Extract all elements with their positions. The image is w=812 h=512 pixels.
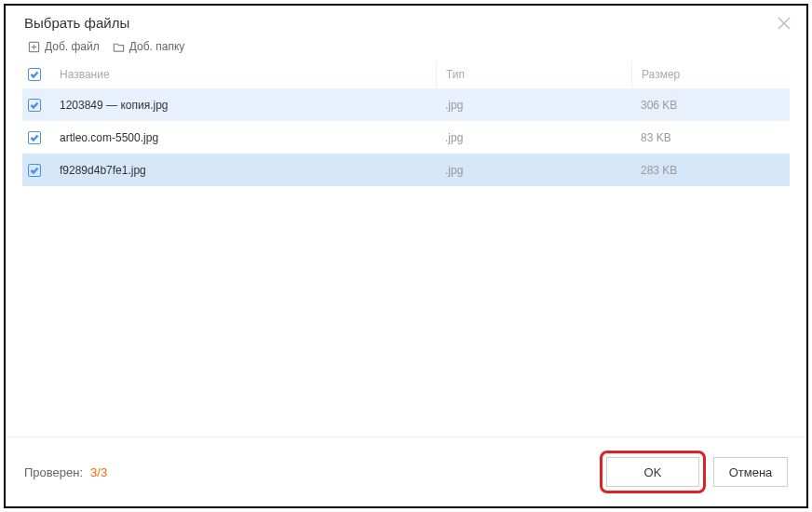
file-type: .jpg — [436, 99, 631, 112]
dialog-frame: Выбрать файлы Доб. файл Доб. папку Назва… — [4, 4, 808, 508]
ok-highlight: OK — [600, 451, 706, 493]
folder-icon — [113, 41, 125, 53]
column-header-size[interactable]: Размер — [631, 61, 790, 88]
row-checkbox[interactable] — [28, 164, 41, 177]
table-row[interactable]: f9289d4b7fe1.jpg .jpg 283 KB — [22, 154, 790, 186]
ok-button[interactable]: OK — [606, 457, 699, 487]
dialog-header: Выбрать файлы — [6, 6, 806, 40]
file-name: artleo.com-5500.jpg — [56, 131, 436, 144]
file-size: 83 KB — [631, 131, 790, 144]
add-file-label: Доб. файл — [45, 40, 100, 53]
checked-label: Проверен: — [24, 465, 83, 479]
add-file-button[interactable]: Доб. файл — [28, 40, 100, 53]
plus-file-icon — [28, 41, 40, 53]
file-name: f9289d4b7fe1.jpg — [56, 164, 436, 177]
add-folder-button[interactable]: Доб. папку — [113, 40, 185, 53]
column-header-name[interactable]: Название — [56, 68, 436, 81]
toolbar: Доб. файл Доб. папку — [6, 40, 806, 61]
close-icon[interactable] — [777, 16, 792, 31]
table-header: Название Тип Размер — [22, 61, 790, 88]
row-checkbox[interactable] — [28, 131, 41, 144]
table-row[interactable]: artleo.com-5500.jpg .jpg 83 KB — [22, 121, 790, 154]
dialog-footer: Проверен: 3/3 OK Отмена — [6, 437, 806, 506]
file-size: 283 KB — [631, 164, 790, 177]
checked-count: 3/3 — [90, 465, 107, 479]
select-all-checkbox[interactable] — [28, 68, 41, 81]
file-table: Название Тип Размер 1203849 — копия.jpg … — [6, 61, 806, 437]
dialog-title: Выбрать файлы — [24, 15, 129, 31]
file-size: 306 KB — [631, 99, 790, 112]
file-type: .jpg — [436, 164, 631, 177]
column-header-type[interactable]: Тип — [436, 61, 631, 88]
add-folder-label: Доб. папку — [129, 40, 185, 53]
table-row[interactable]: 1203849 — копия.jpg .jpg 306 KB — [22, 88, 790, 121]
file-type: .jpg — [436, 131, 631, 144]
row-checkbox[interactable] — [28, 99, 41, 112]
cancel-button[interactable]: Отмена — [713, 457, 788, 487]
file-name: 1203849 — копия.jpg — [56, 99, 436, 112]
